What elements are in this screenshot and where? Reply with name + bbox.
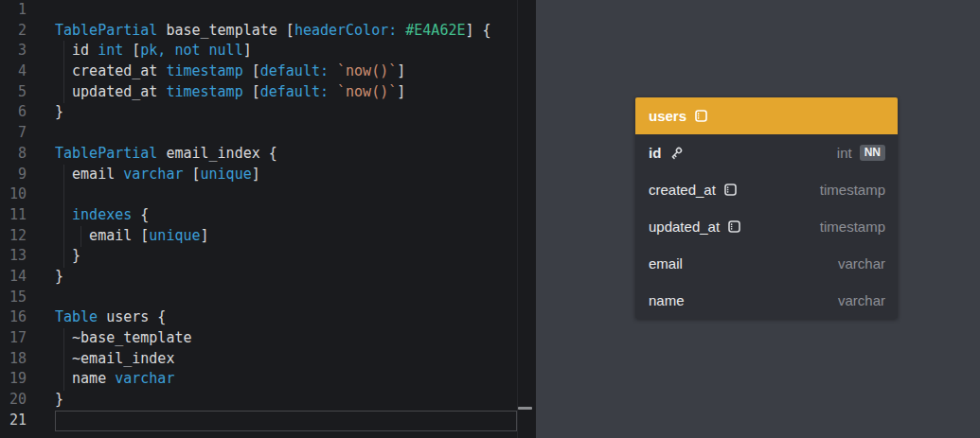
editor-lines: 1 2 TablePartial base_template [headerCo…	[0, 0, 536, 430]
code-token: timestamp	[166, 62, 242, 79]
line-number: 20	[0, 390, 27, 411]
code-token: }	[55, 391, 63, 408]
table-field-row[interactable]: created_at timestamp	[635, 171, 898, 208]
field-type: varchar	[838, 255, 885, 272]
code-token: users {	[98, 308, 166, 325]
table-field-row[interactable]: email varchar	[635, 245, 898, 282]
editor-line[interactable]: 4 created_at timestamp [default: `now()`…	[0, 61, 536, 82]
code-token: varchar	[123, 166, 183, 183]
line-number: 12	[0, 226, 27, 247]
editor-line[interactable]: 16 Table users {	[0, 307, 536, 328]
not-null-badge: NN	[860, 145, 885, 161]
code-text: TablePartial email_index {	[55, 144, 277, 165]
editor-scrollbar-track[interactable]	[517, 0, 518, 438]
field-name: created_at	[649, 182, 716, 198]
code-text: ~email_index	[55, 349, 174, 370]
code-token: {	[132, 206, 149, 223]
line-number: 6	[0, 102, 27, 123]
code-token: `now()`	[337, 62, 397, 79]
code-text: }	[55, 246, 80, 267]
line-number: 21	[0, 411, 27, 431]
table-field-row[interactable]: id int NN	[635, 134, 898, 171]
editor-line[interactable]: 11 indexes {	[0, 205, 536, 226]
code-token: pk, not null	[140, 42, 242, 59]
code-text: }	[55, 267, 63, 288]
line-number: 3	[0, 41, 27, 61]
editor-line[interactable]: 3 id int [pk, not null]	[0, 41, 536, 61]
editor-line[interactable]: 1	[0, 0, 536, 21]
code-token: email_index {	[157, 145, 276, 162]
line-number: 8	[0, 144, 27, 165]
field-type: timestamp	[820, 219, 885, 235]
code-text: }	[55, 102, 63, 123]
editor-line[interactable]: 2 TablePartial base_template [headerColo…	[0, 21, 536, 42]
field-name: name	[649, 292, 685, 308]
table-field-row[interactable]: updated_at timestamp	[635, 208, 898, 245]
line-number: 11	[0, 205, 27, 226]
code-text: name varchar	[55, 369, 174, 390]
code-text: id int [pk, not null]	[55, 41, 252, 61]
code-token: ]	[201, 227, 209, 244]
table-header[interactable]: users	[635, 97, 898, 134]
editor-line[interactable]: 5 updated_at timestamp [default: `now()`…	[0, 82, 536, 103]
code-token: varchar	[115, 370, 174, 387]
editor-line[interactable]: 6 }	[0, 102, 536, 123]
code-text: email [unique]	[55, 226, 209, 247]
code-token: email	[55, 166, 123, 183]
code-token: default:	[260, 83, 329, 100]
code-token: headerColor:	[294, 22, 397, 39]
editor-line[interactable]: 9 email varchar [unique]	[0, 165, 536, 185]
line-number: 13	[0, 246, 27, 267]
code-token: [	[123, 42, 140, 59]
code-token: indexes	[72, 206, 132, 223]
editor-line[interactable]: 21	[0, 411, 536, 431]
editor-line[interactable]: 20 }	[0, 390, 536, 411]
code-text: email varchar [unique]	[55, 165, 260, 185]
line-number: 16	[0, 307, 27, 328]
table-field-row[interactable]: name varchar	[635, 282, 898, 319]
code-text: updated_at timestamp [default: `now()`]	[55, 82, 405, 103]
code-token: updated_at	[55, 83, 166, 100]
editor-line[interactable]: 7	[0, 123, 536, 144]
line-number: 10	[0, 184, 27, 205]
code-token: `now()`	[337, 83, 397, 100]
line-number: 4	[0, 61, 27, 82]
editor-line[interactable]: 17 ~base_template	[0, 328, 536, 349]
editor-line[interactable]: 15	[0, 288, 536, 308]
editor-line[interactable]: 8 TablePartial email_index {	[0, 144, 536, 165]
partial-icon	[727, 219, 741, 234]
code-token: ~base_template	[55, 329, 192, 346]
code-token: unique	[201, 166, 252, 183]
diagram-canvas[interactable]: users id int NN created_at timestamp upd…	[536, 0, 980, 438]
code-token: }	[55, 268, 63, 285]
table-body: id int NN created_at timestamp updated_a…	[635, 134, 898, 319]
code-token	[397, 22, 405, 39]
dbml-code-editor[interactable]: 1 2 TablePartial base_template [headerCo…	[0, 0, 536, 438]
code-token: timestamp	[166, 83, 242, 100]
db-table-users[interactable]: users id int NN created_at timestamp upd…	[635, 97, 898, 319]
code-token	[329, 83, 337, 100]
code-token: ]	[397, 62, 405, 79]
editor-line[interactable]: 19 name varchar	[0, 369, 536, 390]
editor-line[interactable]: 14 }	[0, 267, 536, 288]
code-text: ~base_template	[55, 328, 192, 349]
code-token: base_template [	[157, 22, 294, 39]
key-icon	[668, 146, 684, 161]
editor-line[interactable]: 13 }	[0, 246, 536, 267]
line-number: 18	[0, 349, 27, 370]
partial-icon	[694, 109, 708, 123]
field-name: id	[649, 145, 661, 161]
indent-guide	[63, 41, 64, 103]
partial-icon	[723, 183, 738, 197]
code-token: ] {	[466, 22, 491, 39]
line-number: 17	[0, 328, 27, 349]
code-token: }	[55, 247, 80, 264]
code-token: ]	[397, 83, 405, 100]
editor-line[interactable]: 18 ~email_index	[0, 349, 536, 370]
code-text: created_at timestamp [default: `now()`]	[55, 61, 405, 82]
indent-guide	[80, 226, 81, 247]
field-name: email	[649, 255, 683, 272]
code-token: ~email_index	[55, 350, 174, 367]
indent-guide	[63, 165, 64, 268]
editor-line[interactable]: 10	[0, 184, 536, 205]
